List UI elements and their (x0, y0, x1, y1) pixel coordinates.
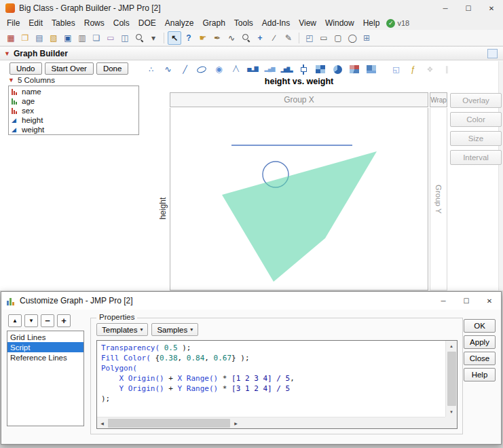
new-data-table-icon[interactable]: ▦ (4, 31, 18, 45)
menu-help[interactable]: Help (359, 17, 384, 29)
copy-icon[interactable]: ❏ (90, 31, 103, 45)
bar-element-icon[interactable]: ▅▂▇ (244, 62, 261, 76)
vertical-scroll-thumb[interactable] (447, 352, 456, 406)
script-polygon[interactable] (222, 151, 377, 282)
open-icon[interactable]: ❐ (18, 31, 32, 45)
help-tool-icon[interactable]: ? (182, 31, 195, 45)
dialog-minimize-button[interactable]: ─ (432, 292, 455, 310)
line-element-icon[interactable]: ╱╲ (227, 62, 244, 76)
script-text[interactable]: Transparency( 0.5 );Fill Color( {0.38, 0… (97, 341, 445, 417)
crosshair-tool-icon[interactable]: + (253, 31, 267, 45)
smoother-element-icon[interactable]: ∿ (160, 62, 176, 76)
menu-view[interactable]: View (295, 17, 320, 29)
customize-item-grid-lines[interactable]: Grid Lines (7, 332, 83, 342)
pie-element-icon[interactable] (329, 62, 346, 76)
menu-analyze[interactable]: Analyze (161, 17, 198, 29)
zoom-window-icon[interactable]: ◰ (303, 31, 316, 45)
magnifier-tool-icon[interactable] (239, 31, 253, 45)
help-button[interactable]: Help (464, 368, 496, 381)
columns-disclosure-icon[interactable]: ▼ (8, 77, 14, 83)
brush-tool-icon[interactable]: ✒ (210, 31, 224, 45)
minimize-button[interactable]: ─ (434, 0, 457, 16)
shape-rect-icon[interactable]: ▢ (331, 31, 345, 45)
undo-button[interactable]: Undo (10, 62, 42, 75)
version-badge[interactable]: ✓ v18 (386, 19, 409, 28)
flow-icon[interactable]: ⊞ (360, 31, 373, 45)
ellipse-element-icon[interactable] (193, 62, 210, 76)
points-element-icon[interactable]: ∴ (143, 62, 159, 76)
pencil-tool-icon[interactable]: ✎ (282, 31, 295, 45)
customize-item-script[interactable]: Script (7, 342, 83, 352)
histogram-element-icon[interactable]: ▂▆█▃ (278, 62, 295, 76)
templates-dropdown[interactable]: Templates ▾ (96, 323, 148, 336)
horizontal-scrollbar[interactable]: ◀ ▶ (97, 417, 445, 428)
menu-tools[interactable]: Tools (230, 17, 257, 29)
scroll-right-icon[interactable]: ▶ (231, 417, 241, 429)
close-button[interactable]: Close (464, 352, 496, 365)
add-item-button[interactable]: + (57, 314, 71, 327)
area-element-icon[interactable]: ▂▄▆ (261, 62, 278, 76)
dialog-maximize-button[interactable]: ☐ (455, 292, 478, 310)
column-item-age[interactable]: age (9, 96, 138, 106)
menu-rows[interactable]: Rows (80, 17, 109, 29)
samples-dropdown[interactable]: Samples ▾ (151, 323, 198, 336)
move-up-button[interactable]: ▲ (8, 314, 22, 327)
column-item-height[interactable]: ◢height (9, 115, 138, 125)
disclosure-triangle-icon[interactable]: ▼ (4, 50, 10, 57)
search-icon[interactable] (132, 31, 146, 45)
scroll-down-icon[interactable]: ▼ (446, 407, 458, 417)
drop-zone-interval[interactable]: Interval (450, 150, 502, 165)
menu-edit[interactable]: Edit (24, 17, 47, 29)
report-window-icon[interactable] (487, 49, 498, 58)
start-over-button[interactable]: Start Over (45, 62, 94, 75)
scroll-left-icon[interactable]: ◀ (97, 417, 107, 429)
horizontal-scroll-thumb[interactable] (108, 419, 230, 428)
drop-zone-group-y[interactable]: Group Y (430, 108, 447, 291)
drop-zone-group-x[interactable]: Group X (170, 92, 428, 107)
drop-zone-size[interactable]: Size (450, 131, 502, 146)
column-item-weight[interactable]: ◢weight (9, 125, 138, 134)
menu-cols[interactable]: Cols (109, 17, 134, 29)
contour-element-icon[interactable]: ◉ (210, 62, 227, 76)
close-button[interactable]: ✕ (480, 0, 503, 16)
layout-icon[interactable]: ◫ (118, 31, 132, 45)
column-item-sex[interactable]: sex (9, 106, 138, 115)
annotate-icon[interactable]: ▭ (317, 31, 331, 45)
caption-box-element-icon[interactable]: ◱ (388, 62, 404, 76)
ok-button[interactable]: OK (464, 319, 496, 333)
drop-zone-overlay[interactable]: Overlay (450, 93, 502, 108)
journal-icon[interactable]: ▭ (104, 31, 117, 45)
scroll-up-icon[interactable]: ▲ (446, 341, 458, 351)
open-script-icon[interactable]: ▧ (47, 31, 60, 45)
vertical-scrollbar[interactable]: ▲ ▼ (445, 341, 457, 417)
menu-tables[interactable]: Tables (48, 17, 79, 29)
line-of-fit-element-icon[interactable]: ╱ (176, 62, 193, 76)
slash-tool-icon[interactable]: ∕ (267, 31, 281, 45)
arrow-tool-icon[interactable]: ↖ (168, 31, 181, 45)
dialog-close-button[interactable]: ✕ (478, 292, 501, 310)
done-button[interactable]: Done (96, 62, 129, 75)
search-dropdown-icon[interactable]: ▾ (147, 31, 160, 45)
customize-item-reference-lines[interactable]: Reference Lines (7, 352, 83, 362)
maximize-button[interactable]: ☐ (457, 0, 480, 16)
print-icon[interactable]: ▥ (75, 31, 89, 45)
menu-doe[interactable]: DOE (134, 17, 160, 29)
menu-window[interactable]: Window (321, 17, 358, 29)
mosaic-element-icon[interactable] (346, 62, 362, 76)
menu-addins[interactable]: Add-Ins (258, 17, 294, 29)
box-plot-element-icon[interactable] (295, 62, 312, 76)
chart-canvas[interactable] (170, 108, 428, 291)
move-down-button[interactable]: ▼ (24, 314, 38, 327)
apply-button[interactable]: Apply (464, 335, 496, 349)
drop-zone-wrap[interactable]: Wrap (430, 92, 447, 107)
save-icon[interactable]: ▣ (61, 31, 75, 45)
grabber-tool-icon[interactable]: ☛ (196, 31, 210, 45)
new-script-icon[interactable]: ▤ (33, 31, 46, 45)
column-item-name[interactable]: name (9, 87, 138, 96)
script-editor[interactable]: Transparency( 0.5 );Fill Color( {0.38, 0… (96, 340, 458, 429)
treemap-element-icon[interactable] (363, 62, 379, 76)
menu-file[interactable]: File (3, 17, 24, 29)
lasso-tool-icon[interactable]: ∿ (225, 31, 238, 45)
formula-element-icon[interactable]: ƒ (405, 62, 421, 76)
remove-item-button[interactable]: − (41, 314, 54, 327)
